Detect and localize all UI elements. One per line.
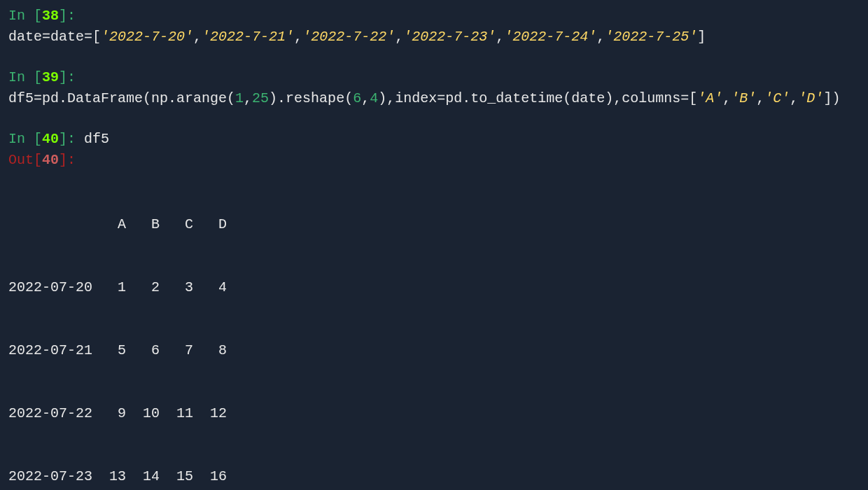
cell-40[interactable]: In [40]: df5 Out[40]: A B C D 2022-07-20… — [8, 129, 860, 490]
out-prompt: Out[40]: — [8, 152, 76, 168]
code-inline[interactable]: df5 — [84, 131, 109, 147]
table-header: A B C D — [8, 214, 860, 235]
in-prompt: In [38]: — [8, 8, 76, 24]
in-prompt: In [40]: — [8, 131, 84, 147]
cell-39[interactable]: In [39]: df5=pd.DataFrame(np.arange(1,25… — [8, 67, 860, 109]
code-line[interactable]: date=date=['2022-7-20','2022-7-21','2022… — [8, 27, 860, 48]
table-row: 2022-07-20 1 2 3 4 — [8, 277, 860, 298]
table-row: 2022-07-23 13 14 15 16 — [8, 466, 860, 487]
code-line[interactable]: df5=pd.DataFrame(np.arange(1,25).reshape… — [8, 88, 860, 109]
cell-38[interactable]: In [38]: date=date=['2022-7-20','2022-7-… — [8, 6, 860, 48]
dataframe-output: A B C D 2022-07-20 1 2 3 4 2022-07-21 5 … — [8, 172, 860, 490]
in-prompt-line: In [38]: — [8, 6, 860, 27]
in-prompt-line: In [39]: — [8, 67, 860, 88]
table-row: 2022-07-22 9 10 11 12 — [8, 403, 860, 424]
in-prompt: In [39]: — [8, 69, 76, 85]
out-prompt-line: Out[40]: — [8, 150, 860, 171]
in-prompt-line: In [40]: df5 — [8, 129, 860, 150]
table-row: 2022-07-21 5 6 7 8 — [8, 340, 860, 361]
